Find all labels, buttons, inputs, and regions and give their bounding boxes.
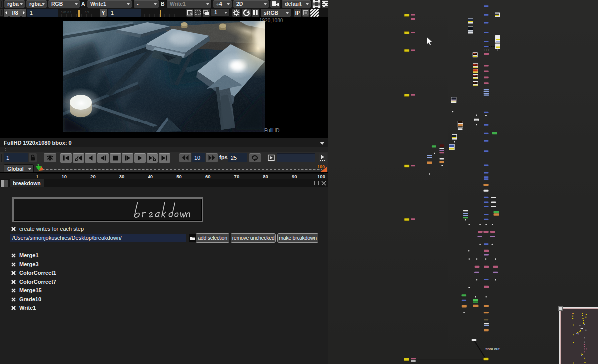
svg-text:0.01 0.1: 0.01 0.1	[61, 11, 72, 14]
svg-text:20: 20	[90, 174, 96, 179]
svg-text:30: 30	[119, 174, 125, 179]
svg-text:80: 80	[263, 174, 268, 179]
svg-text:60: 60	[205, 174, 211, 179]
svg-text:70: 70	[234, 174, 240, 179]
svg-text:0.5: 0.5	[85, 11, 89, 14]
svg-text:100: 100	[317, 174, 325, 179]
svg-text:final out: final out	[486, 347, 500, 351]
svg-text:50: 50	[176, 174, 182, 179]
svg-text:90: 90	[292, 174, 297, 179]
svg-text:10: 10	[61, 174, 67, 179]
svg-text:1: 1	[36, 174, 38, 179]
svg-text:40: 40	[148, 174, 153, 179]
